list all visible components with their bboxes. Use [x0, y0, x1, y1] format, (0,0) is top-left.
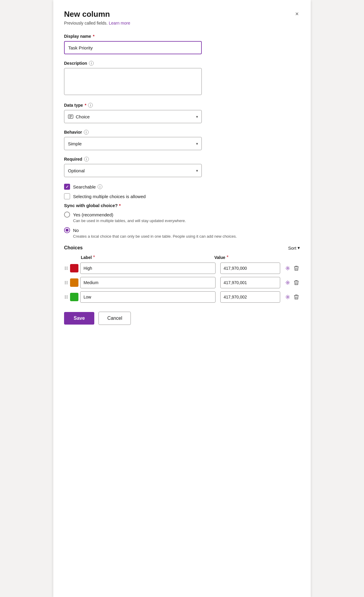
svg-point-19 — [67, 296, 68, 296]
panel-subtitle: Previously called fields. Learn more — [64, 21, 300, 25]
required-star-sync: * — [119, 203, 121, 208]
drag-handle-2[interactable] — [64, 295, 68, 299]
data-type-select[interactable]: Choice — [64, 110, 202, 123]
sort-chevron: ▾ — [298, 245, 300, 251]
sync-yes-radio[interactable] — [64, 212, 70, 218]
choice-value-input-2[interactable] — [220, 291, 280, 303]
sync-no-desc: Creates a local choice that can only be … — [73, 234, 300, 239]
choice-actions-0 — [284, 264, 300, 272]
svg-point-16 — [67, 284, 68, 284]
required-star-datatype: * — [85, 103, 86, 108]
svg-point-5 — [67, 267, 68, 268]
multiple-choices-row[interactable]: Selecting multiple choices is allowed — [64, 193, 300, 199]
required-field-group: Required i Optional ▾ — [64, 157, 300, 177]
sync-no-label: No — [73, 228, 79, 233]
choice-label-input-0[interactable] — [80, 263, 216, 274]
choice-settings-button-2[interactable] — [284, 293, 292, 301]
behavior-value: Simple — [68, 141, 82, 146]
choice-label-input-1[interactable] — [80, 277, 216, 288]
behavior-label: Behavior i — [64, 130, 300, 135]
searchable-row[interactable]: Searchable i — [64, 184, 300, 190]
table-row — [64, 263, 300, 274]
drag-handle-0[interactable] — [64, 266, 68, 271]
choice-value-input-0[interactable] — [220, 263, 280, 274]
choices-list — [64, 263, 300, 303]
choices-section: Choices Sort ▾ Label * Value * — [64, 245, 300, 303]
svg-point-15 — [65, 284, 66, 284]
choices-column-labels: Label * Value * — [64, 255, 300, 261]
svg-point-10 — [287, 268, 289, 269]
svg-point-22 — [65, 298, 66, 299]
choice-delete-button-2[interactable] — [293, 293, 300, 301]
svg-point-8 — [65, 269, 66, 270]
learn-more-link[interactable]: Learn more — [109, 21, 130, 25]
sync-no-option: No Creates a local choice that can only … — [64, 227, 300, 239]
required-info-icon: i — [84, 157, 89, 162]
choice-label-input-2[interactable] — [80, 291, 216, 303]
choice-actions-2 — [284, 293, 300, 301]
svg-point-13 — [65, 282, 66, 283]
required-select[interactable]: Optional — [64, 164, 202, 177]
display-name-input[interactable] — [64, 41, 202, 54]
table-row — [64, 277, 300, 288]
close-button[interactable]: × — [294, 10, 300, 18]
choices-header: Choices Sort ▾ — [64, 245, 300, 251]
svg-point-24 — [287, 296, 289, 298]
sync-no-row[interactable]: No — [64, 227, 300, 233]
svg-point-18 — [65, 296, 66, 296]
multiple-choices-checkbox[interactable] — [64, 193, 70, 199]
description-info-icon: i — [89, 61, 94, 66]
sync-no-radio[interactable] — [64, 227, 70, 233]
choice-delete-button-1[interactable] — [293, 279, 300, 287]
svg-point-11 — [65, 281, 66, 282]
description-input[interactable] — [64, 68, 202, 95]
sort-button[interactable]: Sort ▾ — [288, 245, 300, 251]
color-swatch-0[interactable] — [70, 264, 78, 272]
color-swatch-1[interactable] — [70, 278, 78, 287]
behavior-group: Behavior i Simple ▾ — [64, 130, 300, 150]
description-label: Description i — [64, 61, 300, 66]
required-field-label: Required i — [64, 157, 300, 162]
choice-delete-button-0[interactable] — [293, 264, 300, 272]
display-name-group: Display name * — [64, 34, 300, 54]
value-col-header: Value * — [214, 255, 277, 260]
footer-actions: Save Cancel — [64, 312, 300, 325]
data-type-info-icon: i — [88, 103, 93, 108]
panel-title: New column — [64, 10, 110, 19]
behavior-info-icon: i — [84, 130, 89, 135]
sync-yes-row[interactable]: Yes (recommended) — [64, 212, 300, 218]
svg-point-14 — [67, 282, 68, 283]
new-column-panel: New column × Previously called fields. L… — [53, 0, 311, 597]
searchable-checkbox[interactable] — [64, 184, 70, 190]
subtitle-text: Previously called fields. — [64, 21, 108, 25]
drag-handle-1[interactable] — [64, 280, 68, 285]
cancel-button[interactable]: Cancel — [98, 312, 131, 325]
behavior-select[interactable]: Simple — [64, 137, 202, 150]
svg-point-12 — [67, 281, 68, 282]
choice-settings-button-1[interactable] — [284, 279, 292, 287]
choice-type-icon — [68, 114, 73, 119]
choice-settings-button-0[interactable] — [284, 264, 292, 272]
data-type-value: Choice — [76, 114, 90, 119]
save-button[interactable]: Save — [64, 312, 94, 325]
description-group: Description i — [64, 61, 300, 96]
sync-yes-label: Yes (recommended) — [73, 212, 113, 217]
data-type-group: Data type * i Choice ▾ — [64, 103, 300, 123]
data-type-label: Data type * i — [64, 103, 300, 108]
svg-point-21 — [67, 297, 68, 298]
display-name-label: Display name * — [64, 34, 300, 39]
searchable-info-icon: i — [98, 184, 102, 189]
data-type-select-wrapper: Choice ▾ — [64, 110, 202, 123]
svg-point-20 — [65, 297, 66, 298]
color-swatch-2[interactable] — [70, 293, 78, 301]
multiple-choices-label: Selecting multiple choices is allowed — [73, 194, 146, 199]
svg-point-7 — [67, 268, 68, 269]
behavior-select-wrapper: Simple ▾ — [64, 137, 202, 150]
table-row — [64, 291, 300, 303]
choice-actions-1 — [284, 279, 300, 287]
sync-yes-desc: Can be used in multiple tables, and will… — [73, 218, 300, 223]
panel-header: New column × — [64, 10, 300, 19]
sync-global-group: Sync with global choice? * Yes (recommen… — [64, 203, 300, 239]
svg-point-9 — [67, 269, 68, 270]
choice-value-input-1[interactable] — [220, 277, 280, 288]
